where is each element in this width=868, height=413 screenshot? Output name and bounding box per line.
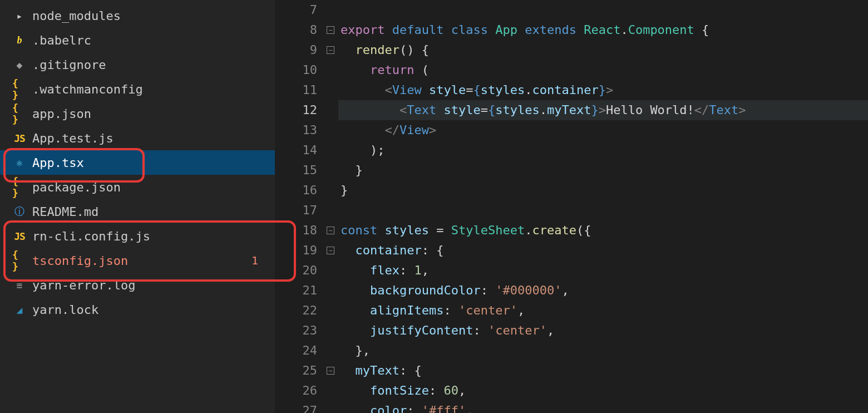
line-number: 19 <box>275 240 317 260</box>
fold-marker <box>323 281 338 301</box>
fold-marker[interactable]: − <box>323 20 338 40</box>
code-line[interactable]: }, <box>338 341 868 361</box>
line-number: 27 <box>275 401 317 413</box>
file-item-rn-cli-config-js[interactable]: JSrn-cli.config.js <box>0 224 275 248</box>
braces-icon: { } <box>12 249 27 272</box>
line-number: 16 <box>275 180 317 200</box>
code-line[interactable]: </View> <box>338 120 868 140</box>
fold-marker <box>323 180 338 200</box>
code-line[interactable]: <Text style={styles.myText}>Hello World!… <box>338 100 868 120</box>
file-name: yarn-error.log <box>32 278 275 292</box>
line-number: 11 <box>275 80 317 100</box>
code-line[interactable]: fontSize: 60, <box>338 381 868 401</box>
file-name: tsconfig.json <box>32 254 251 268</box>
code-line[interactable]: export default class App extends React.C… <box>338 20 868 40</box>
react-icon: ⚛ <box>12 157 27 169</box>
code-line[interactable]: flex: 1, <box>338 260 868 281</box>
fold-marker <box>323 100 338 120</box>
code-line[interactable]: backgroundColor: '#000000', <box>338 281 868 301</box>
line-number: 23 <box>275 321 317 341</box>
line-number: 9 <box>275 40 317 60</box>
file-item--babelrc[interactable]: b.babelrc <box>0 28 275 52</box>
fold-marker <box>323 321 338 341</box>
file-item-app-test-js[interactable]: JSApp.test.js <box>0 126 275 150</box>
chevron-right-icon: ▸ <box>12 10 27 22</box>
line-number: 13 <box>275 120 317 140</box>
file-name: README.md <box>32 205 275 219</box>
file-item-node-modules[interactable]: ▸node_modules <box>0 3 275 28</box>
fold-marker[interactable]: − <box>323 240 338 260</box>
file-item--watchmanconfig[interactable]: { }.watchmanconfig <box>0 77 275 101</box>
line-number: 25 <box>275 361 317 381</box>
code-line[interactable] <box>338 200 868 220</box>
file-explorer: ▸node_modulesb.babelrc◆.gitignore{ }.wat… <box>0 0 275 413</box>
file-name: package.json <box>32 180 275 194</box>
line-number: 17 <box>275 200 317 220</box>
file-name: .gitignore <box>32 58 275 72</box>
fold-marker[interactable]: − <box>323 361 338 381</box>
fold-marker <box>323 200 338 220</box>
line-number: 8 <box>275 20 317 40</box>
git-icon: ◆ <box>12 59 27 71</box>
code-line[interactable]: <View style={styles.container}> <box>338 80 868 100</box>
info-icon: ⓘ <box>12 205 27 218</box>
fold-marker <box>323 120 338 140</box>
code-area[interactable]: export default class App extends React.C… <box>338 0 868 413</box>
line-number: 22 <box>275 301 317 321</box>
fold-marker <box>323 401 338 413</box>
fold-marker <box>323 381 338 401</box>
fold-marker <box>323 260 338 281</box>
js-icon: JS <box>12 132 27 144</box>
braces-icon: { } <box>12 77 27 101</box>
fold-marker[interactable]: − <box>323 220 338 240</box>
file-item-package-json[interactable]: { }package.json <box>0 175 275 199</box>
line-number: 20 <box>275 260 317 281</box>
code-line[interactable]: color: '#fff', <box>338 401 868 413</box>
file-name: rn-cli.config.js <box>32 229 275 243</box>
file-name: .watchmanconfig <box>32 82 275 96</box>
code-line[interactable] <box>338 0 868 20</box>
line-number: 10 <box>275 60 317 80</box>
code-line[interactable]: alignItems: 'center', <box>338 301 868 321</box>
braces-icon: { } <box>12 175 27 199</box>
fold-marker <box>323 140 338 160</box>
fold-marker[interactable]: − <box>323 40 338 60</box>
line-number: 15 <box>275 160 317 180</box>
fold-marker <box>323 160 338 180</box>
error-count-badge: 1 <box>251 254 258 267</box>
code-editor[interactable]: 789101112131415161718192021222324252627 … <box>275 0 868 413</box>
code-line[interactable]: container: { <box>338 240 868 260</box>
code-line[interactable]: return ( <box>338 60 868 80</box>
line-number: 26 <box>275 381 317 401</box>
code-line[interactable]: } <box>338 180 868 200</box>
code-line[interactable]: render() { <box>338 40 868 60</box>
code-line[interactable]: const styles = StyleSheet.create({ <box>338 220 868 240</box>
file-item-readme-md[interactable]: ⓘREADME.md <box>0 199 275 224</box>
file-item-yarn-lock[interactable]: ◢yarn.lock <box>0 297 275 322</box>
file-name: App.tsx <box>32 156 275 170</box>
fold-marker <box>323 60 338 80</box>
code-line[interactable]: ); <box>338 140 868 160</box>
fold-marker <box>323 0 338 20</box>
file-name: node_modules <box>32 9 275 23</box>
js-icon: JS <box>12 230 27 242</box>
code-line[interactable]: justifyContent: 'center', <box>338 321 868 341</box>
app-root: ▸node_modulesb.babelrc◆.gitignore{ }.wat… <box>0 0 868 413</box>
file-item-app-json[interactable]: { }app.json <box>0 101 275 126</box>
file-name: app.json <box>32 107 275 121</box>
line-number: 12 <box>275 100 317 120</box>
code-line[interactable]: } <box>338 160 868 180</box>
line-number: 14 <box>275 140 317 160</box>
line-number: 18 <box>275 220 317 240</box>
log-icon: ≡ <box>12 279 27 291</box>
file-item-tsconfig-json[interactable]: { }tsconfig.json1 <box>0 248 275 273</box>
file-item-yarn-error-log[interactable]: ≡yarn-error.log <box>0 273 275 297</box>
fold-column: −−−−− <box>323 0 338 413</box>
code-line[interactable]: myText: { <box>338 361 868 381</box>
file-item-app-tsx[interactable]: ⚛App.tsx <box>0 150 275 175</box>
file-item--gitignore[interactable]: ◆.gitignore <box>0 52 275 77</box>
line-number: 7 <box>275 0 317 20</box>
line-number: 24 <box>275 341 317 361</box>
line-number-gutter: 789101112131415161718192021222324252627 <box>275 0 323 413</box>
fold-marker <box>323 341 338 361</box>
